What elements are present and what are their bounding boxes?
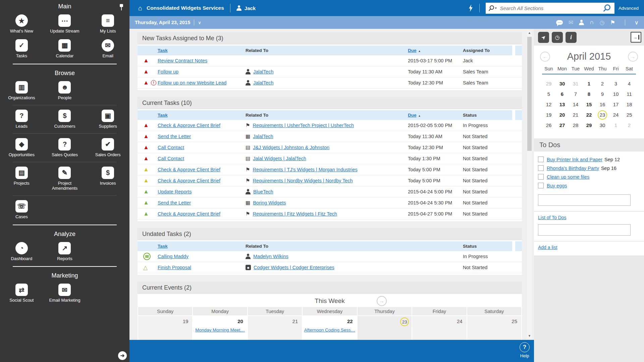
calendar-date-25[interactable]: 25 (623, 110, 636, 120)
chat-icon[interactable]: ⋯ (556, 20, 563, 25)
task-link[interactable]: Finish Proposal (158, 265, 191, 270)
date-dropdown-icon[interactable]: ∨ (198, 20, 201, 25)
pin-sidebar-icon[interactable] (119, 4, 124, 11)
add-a-list-link[interactable]: Add a list (538, 245, 644, 250)
sidebar-item-opportunities[interactable]: ◆Opportunities (1, 135, 42, 160)
sidebar-item-my-lists[interactable]: ≡My Lists (88, 12, 128, 37)
quick-actions-icon[interactable] (468, 4, 473, 12)
alarm-icon[interactable]: ◷ (599, 19, 604, 26)
calendar-date-5[interactable]: 5 (542, 89, 555, 99)
task-link[interactable]: Check & Approve Client Brief (158, 123, 220, 128)
sidebar-item-suppliers[interactable]: ▣Suppliers (88, 107, 128, 132)
related-link[interactable]: JalalTech (253, 80, 273, 85)
column-header-task[interactable]: Task (158, 244, 246, 249)
pin-button[interactable]: ➤ (538, 32, 549, 43)
next-week-icon[interactable]: → (377, 296, 387, 306)
event-link[interactable]: Afternoon Coding Sess… (303, 327, 357, 333)
sidebar-item-leads[interactable]: ?Leads (1, 107, 42, 132)
column-header-due[interactable]: Due▲ (408, 48, 463, 53)
calendar-date-29[interactable]: 29 (582, 120, 596, 130)
sidebar-item-tasks[interactable]: ✓Tasks (1, 37, 42, 61)
event-link[interactable]: Monday Morning Meet… (193, 327, 247, 333)
calendar-date-15[interactable]: 15 (582, 99, 596, 110)
todo-link[interactable]: Buy eggs (547, 183, 567, 188)
task-link[interactable]: Send the Letter (158, 134, 191, 139)
calendar-date-9[interactable]: 9 (596, 89, 609, 99)
search-scope-icon[interactable] (490, 5, 494, 10)
info-button[interactable]: i (566, 32, 577, 43)
calendar-date-8[interactable]: 8 (582, 89, 596, 99)
calendar-date-17[interactable]: 17 (609, 99, 623, 110)
sidebar-item-project-amendments[interactable]: ✎Project Amendments (45, 164, 85, 194)
current-user[interactable]: Jack (245, 5, 256, 11)
calendar-date-16[interactable]: 16 (596, 99, 609, 110)
sidebar-collapse-button[interactable]: ➔ (118, 351, 127, 360)
calendar-date-31[interactable]: 31 (569, 78, 582, 89)
calendar-date-14[interactable]: 14 (569, 99, 582, 110)
sidebar-item-social-scout[interactable]: ⇄Social Scout (1, 281, 42, 306)
new-todo-input[interactable] (538, 194, 631, 206)
calendar-date-20[interactable]: 20 (555, 110, 569, 120)
related-link[interactable]: JalalTech (253, 134, 273, 139)
related-link[interactable]: JalalTech (253, 69, 273, 74)
calendar-date-27[interactable]: 27 (555, 120, 569, 130)
task-link[interactable]: Follow up on new Website Lead (158, 80, 226, 85)
timer-button[interactable]: ◷ (552, 32, 563, 43)
scroll-up-icon[interactable]: ▲ (527, 30, 532, 36)
day-cell-19[interactable]: 19 (138, 316, 192, 340)
advanced-search-link[interactable]: Advanced (619, 6, 639, 11)
sidebar-item-organizations[interactable]: ▥Organizations (1, 78, 42, 103)
new-list-input[interactable] (538, 224, 631, 236)
sidebar-item-invoices[interactable]: $Invoices (88, 164, 128, 194)
help-button[interactable]: ? Help (520, 342, 530, 358)
calendar-next-icon[interactable]: → (628, 52, 638, 62)
search-submit-icon[interactable] (604, 4, 610, 10)
calendar-date-30[interactable]: 30 (596, 120, 609, 130)
person-help-icon[interactable] (579, 20, 584, 25)
calendar-date-23[interactable]: 23 (596, 110, 609, 120)
related-link[interactable]: Jalal Widgets | JalalTech (253, 156, 306, 161)
search-scope-dropdown-icon[interactable]: ▾ (495, 6, 497, 10)
todo-checkbox[interactable] (538, 174, 544, 180)
calendar-date-1[interactable]: 1 (582, 78, 596, 89)
main-scrollbar[interactable]: ▲ ▼ (527, 30, 532, 339)
task-link[interactable]: Call Contact (158, 145, 184, 150)
task-link[interactable]: Follow up (158, 69, 178, 74)
calendar-date-21[interactable]: 21 (569, 110, 582, 120)
calendar-date-12[interactable]: 12 (542, 99, 555, 110)
sidebar-item-sales-quotes[interactable]: ?Sales Quotes (45, 135, 85, 160)
calendar-date-18[interactable]: 18 (623, 99, 636, 110)
app-title[interactable]: Consolidated Widgets Services (147, 5, 224, 11)
todo-checkbox[interactable] (538, 183, 544, 188)
home-icon[interactable]: ⌂ (138, 4, 142, 12)
scroll-down-icon[interactable]: ▼ (527, 333, 532, 339)
sidebar-item-customers[interactable]: $Customers (45, 107, 85, 132)
headset-icon[interactable]: ∩ (590, 19, 594, 26)
day-cell-23[interactable]: 23 (358, 316, 412, 340)
task-link[interactable]: Check & Approve Client Brief (158, 211, 220, 217)
todo-checkbox[interactable] (538, 157, 544, 162)
calendar-date-7[interactable]: 7 (569, 89, 582, 99)
current-date-label[interactable]: Thursday, April 23, 2015 (135, 20, 190, 25)
search-input[interactable] (499, 5, 604, 11)
sidebar-item-people[interactable]: ☻People (45, 78, 85, 103)
calendar-date-30[interactable]: 30 (555, 78, 569, 89)
day-cell-25[interactable]: 25 (467, 316, 521, 340)
todo-link[interactable]: Rhonda's Birthday Party (547, 166, 599, 171)
calendar-date-26[interactable]: 26 (542, 120, 555, 130)
chevron-down-icon[interactable]: ∨ (635, 19, 639, 26)
calendar-date-6[interactable]: 6 (555, 89, 569, 99)
calendar-date-2[interactable]: 2 (623, 120, 636, 130)
related-link[interactable]: J&J Widgets | Johnston & Johnston (253, 145, 329, 150)
related-link[interactable]: Codger Widgets | Codger Enterprises (254, 265, 334, 270)
column-header-task[interactable]: Task (158, 113, 246, 118)
sidebar-item-email[interactable]: ✉Email (88, 37, 128, 61)
sidebar-item-reports[interactable]: ↗Reports (45, 239, 85, 264)
panel-collapse-icon[interactable]: → (631, 32, 641, 43)
flag-icon[interactable]: ⚑ (610, 19, 615, 26)
calendar-date-13[interactable]: 13 (555, 99, 569, 110)
calendar-date-28[interactable]: 28 (569, 120, 582, 130)
calendar-date-22[interactable]: 22 (582, 110, 596, 120)
sidebar-item-sales-orders[interactable]: ✔Sales Orders (88, 135, 128, 160)
related-link[interactable]: Requirements | TJ's Widgets | Morgan Ind… (253, 167, 357, 172)
